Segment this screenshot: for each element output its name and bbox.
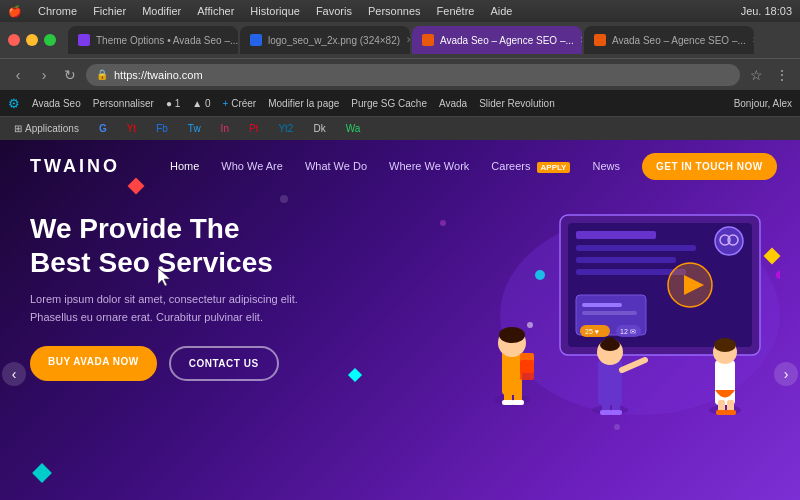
- aide-menu[interactable]: Aide: [490, 5, 512, 18]
- address-bar[interactable]: 🔒 https://twaino.com: [86, 64, 740, 86]
- bookmark-applications[interactable]: ⊞ Applications: [8, 121, 85, 136]
- url-text: https://twaino.com: [114, 69, 203, 81]
- tab-label-2: logo_seo_w_2x.png (324×82): [268, 35, 400, 46]
- tab-favicon-4: [594, 34, 606, 46]
- browser-tab-1[interactable]: Theme Options • Avada Seo –... ✕: [68, 26, 238, 54]
- minimize-button[interactable]: [26, 34, 38, 46]
- maximize-button[interactable]: [44, 34, 56, 46]
- nav-cta-button[interactable]: GET IN TOUCH NOW: [642, 153, 777, 180]
- svg-rect-6: [576, 269, 686, 275]
- creer-link[interactable]: + Créer: [223, 98, 257, 109]
- whatsapp-icon: Wa: [346, 123, 361, 134]
- tab-label-4: Avada Seo – Agence SEO –...: [612, 35, 746, 46]
- admin-greeting: Bonjour, Alex: [734, 98, 792, 109]
- bookmark-tw[interactable]: Tw: [182, 121, 207, 136]
- hero-title: We Provide TheBest Seo Services: [30, 212, 370, 279]
- bookmark-cs[interactable]: Dk: [307, 121, 331, 136]
- bookmark-in[interactable]: In: [215, 121, 235, 136]
- favoris-menu[interactable]: Favoris: [316, 5, 352, 18]
- svg-rect-10: [582, 303, 622, 307]
- deco-teal-diamond: [32, 463, 52, 483]
- purge-cache-link[interactable]: Purge SG Cache: [351, 98, 427, 109]
- traffic-lights: [8, 34, 56, 46]
- svg-point-23: [499, 327, 525, 343]
- back-button[interactable]: ‹: [8, 65, 28, 85]
- tab-label-1: Theme Options • Avada Seo –...: [96, 35, 238, 46]
- nav-careers[interactable]: Careers APPLY: [491, 160, 570, 172]
- nav-where-we-work[interactable]: Where We Work: [389, 160, 469, 172]
- contact-us-button[interactable]: CONTACT US: [169, 346, 279, 381]
- bookmark-fb[interactable]: Fb: [150, 121, 174, 136]
- updates-link[interactable]: ▲ 0: [192, 98, 210, 109]
- site-logo[interactable]: TWAINO: [30, 156, 120, 177]
- apps-icon: ⊞: [14, 123, 22, 134]
- tab-close-2[interactable]: ✕: [406, 35, 410, 45]
- personnaliser-link[interactable]: Personnaliser: [93, 98, 154, 109]
- cs-icon: Dk: [313, 123, 325, 134]
- svg-rect-11: [582, 311, 637, 315]
- svg-point-12: [715, 227, 743, 255]
- tab-close-4[interactable]: ✕: [752, 35, 754, 45]
- careers-badge: APPLY: [537, 162, 571, 173]
- personnes-menu[interactable]: Personnes: [368, 5, 421, 18]
- wp-logo[interactable]: ⚙: [8, 96, 20, 111]
- comments-link[interactable]: ● 1: [166, 98, 180, 109]
- browser-tab-3[interactable]: Avada Seo – Agence SEO –... ✕: [412, 26, 582, 54]
- bookmark-yt[interactable]: Yt: [121, 121, 142, 136]
- bookmark-button[interactable]: ☆: [746, 65, 766, 85]
- nav-home[interactable]: Home: [170, 160, 199, 172]
- bookmark-wa[interactable]: Wa: [340, 121, 367, 136]
- tab-label-3: Avada Seo – Agence SEO –...: [440, 35, 574, 46]
- nav-who-we-are[interactable]: Who We Are: [221, 160, 283, 172]
- nav-links: Home Who We Are What We Do Where We Work…: [170, 153, 777, 180]
- svg-rect-5: [576, 257, 676, 263]
- fenetre-menu[interactable]: Fenêtre: [437, 5, 475, 18]
- slider-revolution-link[interactable]: Slider Revolution: [479, 98, 555, 109]
- bookmark-g[interactable]: G: [93, 121, 113, 136]
- apple-menu[interactable]: 🍎: [8, 5, 22, 18]
- svg-text:25 ♥: 25 ♥: [585, 328, 599, 335]
- carousel-prev-button[interactable]: ‹: [2, 362, 26, 386]
- nav-what-we-do[interactable]: What We Do: [305, 160, 367, 172]
- browser-tab-2[interactable]: logo_seo_w_2x.png (324×82) ✕: [240, 26, 410, 54]
- refresh-button[interactable]: ↻: [60, 65, 80, 85]
- svg-text:12 ✉: 12 ✉: [620, 328, 636, 335]
- close-button[interactable]: [8, 34, 20, 46]
- carousel-next-button[interactable]: ›: [774, 362, 798, 386]
- fichier-menu[interactable]: Fichier: [93, 5, 126, 18]
- tab-close-3[interactable]: ✕: [580, 35, 582, 45]
- applications-label: Applications: [25, 123, 79, 134]
- tab-favicon-1: [78, 34, 90, 46]
- svg-point-43: [714, 338, 736, 352]
- extensions-button[interactable]: ⋮: [772, 65, 792, 85]
- modifier-page-link[interactable]: Modifier la page: [268, 98, 339, 109]
- nav-news[interactable]: News: [592, 160, 620, 172]
- bookmark-pt[interactable]: Pt: [243, 121, 264, 136]
- hero-illustration: 25 ♥ 12 ✉: [440, 195, 780, 425]
- afficher-menu[interactable]: Afficher: [197, 5, 234, 18]
- buy-avada-button[interactable]: BUY AVADA NOW: [30, 346, 157, 381]
- avada-seo-link[interactable]: Avada Seo: [32, 98, 81, 109]
- svg-rect-3: [576, 231, 656, 239]
- forward-button[interactable]: ›: [34, 65, 54, 85]
- os-time: Jeu. 18:03: [741, 5, 792, 17]
- svg-point-49: [776, 271, 780, 279]
- browser-tab-4[interactable]: Avada Seo – Agence SEO –... ✕: [584, 26, 754, 54]
- twitter-icon: Tw: [188, 123, 201, 134]
- facebook-icon: Fb: [156, 123, 168, 134]
- modifier-menu[interactable]: Modifier: [142, 5, 181, 18]
- historique-menu[interactable]: Historique: [250, 5, 300, 18]
- svg-point-50: [527, 322, 533, 328]
- svg-point-34: [604, 337, 616, 347]
- svg-rect-47: [725, 410, 736, 415]
- google-icon: G: [99, 123, 107, 134]
- wp-admin-bar: ⚙ Avada Seo Personnaliser ● 1 ▲ 0 + Crée…: [0, 90, 800, 116]
- site-navigation: TWAINO Home Who We Are What We Do Where …: [0, 140, 800, 192]
- instagram-icon: In: [221, 123, 229, 134]
- tabs-row: Theme Options • Avada Seo –... ✕ logo_se…: [68, 26, 792, 54]
- svg-rect-29: [512, 400, 524, 405]
- bookmark-li[interactable]: Yt2: [272, 121, 299, 136]
- chrome-menu[interactable]: Chrome: [38, 5, 77, 18]
- avada-link[interactable]: Avada: [439, 98, 467, 109]
- svg-rect-25: [520, 360, 534, 380]
